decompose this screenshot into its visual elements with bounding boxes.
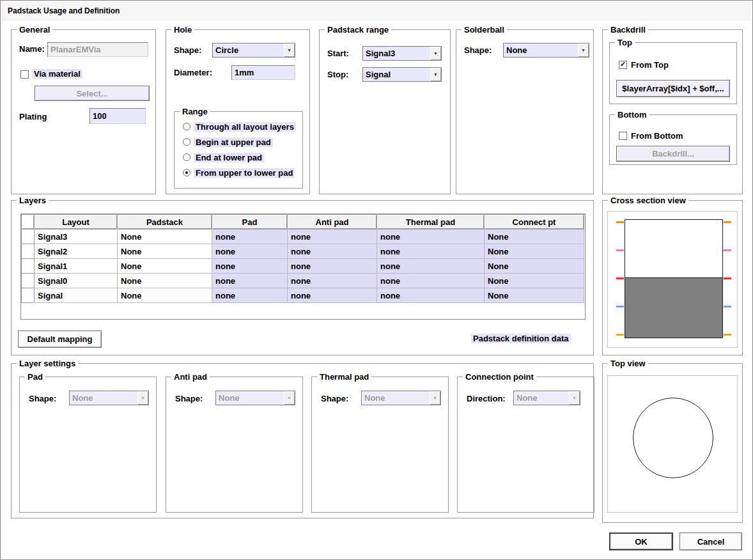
cell-layout[interactable]: Signal3 <box>35 229 118 244</box>
cell-connect-pt[interactable]: None <box>485 244 584 259</box>
cell-padstack[interactable]: None <box>118 274 212 288</box>
via-material-checkbox[interactable] <box>20 70 29 79</box>
stop-label: Stop: <box>327 70 348 79</box>
row-selector[interactable] <box>22 288 35 303</box>
radio-from-upper-to-lower-pad[interactable]: From upper to lower pad <box>183 167 295 178</box>
col-header-connect-pt[interactable]: Connect pt <box>485 215 584 229</box>
cell-padstack[interactable]: None <box>118 229 212 244</box>
name-field[interactable] <box>47 42 148 57</box>
cell-thermal-pad[interactable]: none <box>377 244 485 259</box>
table-row[interactable]: Signal2 None none none none None <box>22 244 584 259</box>
layer-tick-icon <box>724 221 731 223</box>
default-mapping-button[interactable]: Default mapping <box>18 331 102 348</box>
cell-layout[interactable]: Signal <box>35 288 118 303</box>
backdrill-bottom-button[interactable]: Backdrill... <box>616 146 730 162</box>
cell-pad[interactable]: none <box>212 229 288 244</box>
cell-connect-pt[interactable]: None <box>485 229 584 244</box>
from-bottom-checkbox[interactable] <box>619 132 627 140</box>
cell-padstack[interactable]: None <box>118 288 212 303</box>
cancel-button[interactable]: Cancel <box>679 533 742 550</box>
cell-layout[interactable]: Signal1 <box>35 259 118 274</box>
hole-shape-value: Circle <box>213 43 284 57</box>
layer-tick-icon <box>616 249 624 251</box>
cell-thermal-pad[interactable]: none <box>377 288 485 303</box>
from-bottom-label: From Bottom <box>631 131 683 141</box>
cell-anti-pad[interactable]: none <box>288 259 377 274</box>
cell-connect-pt[interactable]: None <box>485 274 584 288</box>
radio-label: Begin at upper pad <box>194 137 273 147</box>
row-selector-header <box>22 215 35 229</box>
group-hole: Hole Shape: Circle ▼ Diameter: Range Thr… <box>166 29 310 194</box>
cell-padstack[interactable]: None <box>118 259 212 274</box>
cell-padstack[interactable]: None <box>118 244 212 259</box>
group-padstack-range: Padstack range Start: Signal3 ▼ Stop: Si… <box>319 29 451 194</box>
pad-shape-label: Shape: <box>29 394 56 403</box>
col-header-thermal-pad[interactable]: Thermal pad <box>377 215 485 229</box>
hole-diameter-field[interactable] <box>231 65 295 80</box>
select-button[interactable]: Select... <box>35 86 150 101</box>
plating-field[interactable] <box>89 108 146 124</box>
backdrill-top-button[interactable]: $layerArray[$idx] + $off,... <box>616 80 730 97</box>
hole-shape-select[interactable]: Circle ▼ <box>212 43 295 58</box>
pad-shape-select[interactable]: None ▼ <box>69 391 149 405</box>
connection-direction-value: None <box>514 391 569 405</box>
stop-select[interactable]: Signal ▼ <box>362 67 442 82</box>
col-header-layout[interactable]: Layout <box>35 215 118 229</box>
table-row[interactable]: Signal1 None none none none None <box>22 259 584 274</box>
cell-thermal-pad[interactable]: none <box>377 274 485 288</box>
cell-pad[interactable]: none <box>212 244 288 259</box>
row-selector[interactable] <box>22 244 35 259</box>
radio-end-at-lower-pad[interactable]: End at lower pad <box>183 152 264 163</box>
padstack-definition-data-label: Padstack definition data <box>471 334 571 343</box>
start-select[interactable]: Signal3 ▼ <box>362 46 442 61</box>
cell-connect-pt[interactable]: None <box>485 288 584 303</box>
thermal-pad-shape-select[interactable]: None ▼ <box>361 391 441 405</box>
col-header-padstack[interactable]: Padstack <box>118 215 212 229</box>
group-connection-point: Connection point Direction: None ▼ <box>457 377 594 513</box>
cell-layout[interactable]: Signal0 <box>35 274 118 288</box>
group-backdrill-top-label: Top <box>615 38 635 47</box>
thermal-pad-shape-label: Shape: <box>321 394 348 403</box>
group-cross-section-view-label: Cross section view <box>608 196 688 205</box>
ok-button[interactable]: OK <box>609 533 673 550</box>
table-row[interactable]: Signal3 None none none none None <box>22 229 584 244</box>
row-selector[interactable] <box>22 259 35 274</box>
radio-begin-at-upper-pad[interactable]: Begin at upper pad <box>183 136 273 148</box>
table-row[interactable]: Signal None none none none None <box>22 288 584 303</box>
chevron-down-icon[interactable]: ▼ <box>284 43 295 57</box>
radio-icon <box>183 123 190 130</box>
cell-pad[interactable]: none <box>212 259 288 274</box>
cell-anti-pad[interactable]: none <box>288 244 377 259</box>
anti-pad-shape-select[interactable]: None ▼ <box>215 391 295 405</box>
layer-tick-icon <box>724 249 731 251</box>
cell-layout[interactable]: Signal2 <box>35 244 118 259</box>
cell-pad[interactable]: none <box>212 288 288 303</box>
chevron-down-icon[interactable]: ▼ <box>430 68 441 81</box>
cell-thermal-pad[interactable]: none <box>377 229 485 244</box>
cell-connect-pt[interactable]: None <box>485 259 584 274</box>
row-selector[interactable] <box>22 229 35 244</box>
cell-anti-pad[interactable]: none <box>288 229 377 244</box>
col-header-anti-pad[interactable]: Anti pad <box>288 215 377 229</box>
table-row[interactable]: Signal0 None none none none None <box>22 274 584 288</box>
solderball-shape-select[interactable]: None ▼ <box>503 43 589 58</box>
table-header-row: Layout Padstack Pad Anti pad Thermal pad… <box>22 215 584 229</box>
cross-section-canvas <box>607 211 738 348</box>
row-selector[interactable] <box>22 274 35 288</box>
chevron-down-icon[interactable]: ▼ <box>578 43 589 57</box>
layer-tick-icon <box>616 221 624 223</box>
chevron-down-icon[interactable]: ▼ <box>430 47 441 60</box>
solderball-shape-label: Shape: <box>464 45 492 55</box>
cell-anti-pad[interactable]: none <box>288 274 377 288</box>
layer-tick-icon <box>724 306 731 307</box>
plating-label: Plating <box>19 112 47 121</box>
connection-direction-select[interactable]: None ▼ <box>513 391 580 405</box>
layers-table-container[interactable]: Layout Padstack Pad Anti pad Thermal pad… <box>20 214 586 320</box>
cell-anti-pad[interactable]: none <box>288 288 377 303</box>
cell-thermal-pad[interactable]: none <box>377 259 485 274</box>
anti-pad-shape-value: None <box>216 391 284 405</box>
cell-pad[interactable]: none <box>212 274 288 288</box>
radio-through-all-layout-layers[interactable]: Through all layout layers <box>183 121 296 132</box>
col-header-pad[interactable]: Pad <box>212 215 288 229</box>
from-top-checkbox[interactable] <box>619 61 627 69</box>
